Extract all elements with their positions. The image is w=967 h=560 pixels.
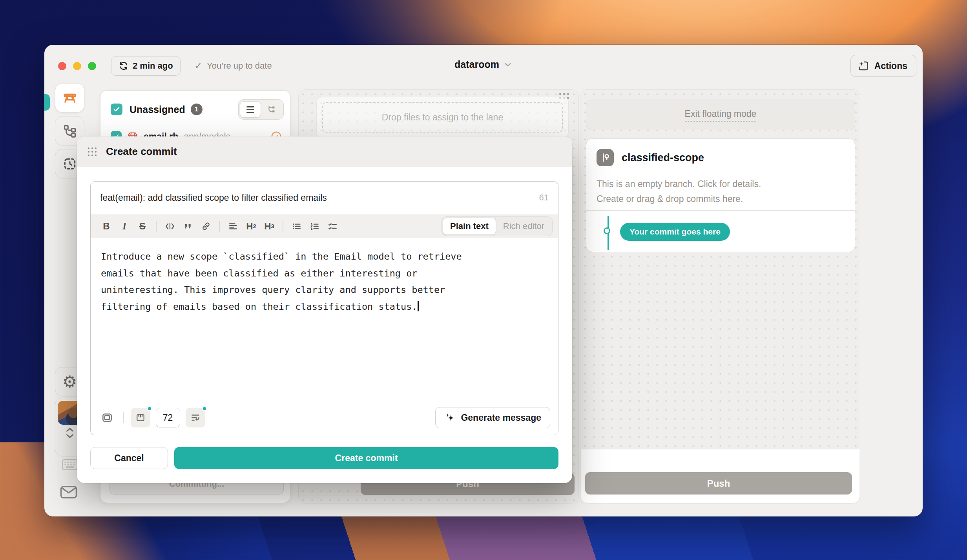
branch-description: This is an empty branch. Click for detai… — [597, 176, 761, 206]
minimize-window-button[interactable] — [73, 62, 81, 70]
char-count: 61 — [539, 193, 549, 203]
wrap-toggle-button[interactable] — [186, 408, 205, 427]
zoom-window-button[interactable] — [88, 62, 96, 70]
commit-summary-input[interactable]: feat(email): add classified scope to fil… — [91, 182, 558, 214]
exit-floating-mode-button[interactable]: Exit floating mode — [586, 100, 855, 130]
commit-editor: feat(email): add classified scope to fil… — [90, 181, 558, 435]
bold-button[interactable]: B — [99, 218, 114, 234]
code-button[interactable] — [162, 218, 178, 234]
generate-message-label: Generate message — [461, 413, 541, 423]
ruler-toggle-button[interactable] — [131, 408, 150, 427]
unassigned-count-badge: 1 — [191, 104, 203, 115]
modal-header: Create commit — [77, 136, 572, 167]
wrap-width-input[interactable]: 72 — [156, 408, 180, 427]
app-window: 2 min ago ✓ You’re up to date dataroom A… — [44, 45, 923, 516]
commit-summary-text: feat(email): add classified scope to fil… — [100, 193, 533, 203]
create-commit-button[interactable]: Create commit — [174, 447, 558, 469]
heading3-button[interactable]: H3 — [261, 218, 277, 234]
quote-button[interactable] — [180, 218, 196, 234]
ruler-active-dot — [147, 406, 152, 411]
branch-card[interactable]: classified-scope This is an empty branch… — [586, 138, 855, 252]
task-list-button[interactable] — [325, 218, 341, 234]
unassigned-title: Unassigned — [130, 104, 185, 115]
editor-footer: 72 Generate message — [91, 400, 558, 435]
sync-time-label: 2 min ago — [133, 61, 173, 71]
create-commit-modal: Create commit feat(email): add classifie… — [77, 136, 572, 483]
heading2-button[interactable]: H2 — [243, 218, 259, 234]
branch-desc-line2: Create or drag & drop commits here. — [597, 191, 761, 206]
list-view-icon — [246, 106, 254, 113]
sync-status-button[interactable]: 2 min ago — [111, 56, 181, 76]
workspace-active-notch — [44, 94, 50, 111]
modal-drag-handle-icon[interactable] — [88, 147, 97, 156]
formatting-toolbar: B I S H2 H3 — [91, 214, 558, 238]
editor-mode-segmented: Plain text Rich editor — [442, 216, 553, 236]
list-view-button[interactable] — [240, 101, 261, 118]
branch-push-button[interactable]: Push — [585, 472, 852, 495]
generate-message-button[interactable]: Generate message — [435, 407, 550, 428]
branch-icon — [600, 152, 611, 163]
traffic-lights — [58, 62, 96, 70]
commit-message-textarea[interactable]: Introduce a new scope `classified` in th… — [91, 238, 558, 400]
actions-button[interactable]: Actions — [850, 55, 916, 77]
up-to-date-label: You’re up to date — [207, 61, 272, 71]
template-icon[interactable] — [99, 409, 116, 426]
tree-view-button[interactable] — [261, 101, 282, 118]
paragraph-button[interactable] — [225, 218, 241, 234]
commit-target-label: Your commit goes here — [629, 227, 721, 236]
branch-desc-line1: This is an empty branch. Click for detai… — [597, 176, 761, 191]
dropzone[interactable]: Drop files to assign to the lane — [322, 102, 563, 133]
view-mode-segmented — [238, 99, 284, 120]
workbench-icon — [62, 90, 78, 106]
actions-sparkle-icon — [857, 60, 870, 72]
commit-target-pill: Your commit goes here — [620, 223, 730, 241]
sync-icon — [119, 61, 129, 71]
branches-icon — [62, 124, 77, 138]
floating-branch-lane: Exit floating mode classified-scope This — [580, 89, 860, 504]
branch-badge — [597, 149, 614, 166]
bullet-list-button[interactable] — [289, 218, 305, 234]
wrap-active-dot — [202, 406, 207, 411]
keyboard-shortcuts-icon[interactable] — [62, 459, 78, 471]
cancel-button[interactable]: Cancel — [90, 447, 168, 469]
unassigned-checkbox[interactable] — [111, 104, 122, 115]
italic-button[interactable]: I — [117, 218, 132, 234]
drop-target-card: Drop files to assign to the lane — [316, 97, 569, 138]
chevron-down-icon — [503, 60, 513, 69]
cancel-label: Cancel — [114, 453, 144, 464]
link-button[interactable] — [198, 218, 214, 234]
gear-icon: ⚙ — [62, 374, 77, 390]
divider — [586, 210, 855, 211]
plain-text-tab[interactable]: Plain text — [443, 218, 496, 235]
exit-floating-mode-label: Exit floating mode — [685, 109, 757, 122]
check-icon: ✓ — [194, 60, 202, 71]
close-window-button[interactable] — [58, 62, 66, 70]
commit-target-circle — [604, 227, 610, 234]
push-label: Push — [707, 478, 730, 489]
modal-title: Create commit — [106, 145, 177, 158]
actions-label: Actions — [874, 61, 907, 71]
project-name: dataroom — [454, 59, 499, 70]
strikethrough-button[interactable]: S — [135, 218, 150, 234]
rich-editor-tab[interactable]: Rich editor — [496, 218, 551, 235]
commit-message-text: Introduce a new scope `classified` in th… — [101, 248, 548, 315]
feedback-mail-icon[interactable] — [60, 485, 77, 499]
tree-view-icon — [267, 105, 276, 114]
history-clock-icon — [62, 156, 77, 171]
create-commit-label: Create commit — [335, 453, 398, 464]
branch-name: classified-scope — [622, 152, 704, 164]
dropzone-label: Drop files to assign to the lane — [382, 112, 503, 123]
numbered-list-button[interactable] — [307, 218, 323, 234]
up-to-date-status: ✓ You’re up to date — [194, 56, 272, 76]
chevron-up-down-icon — [65, 427, 75, 439]
sparkles-icon — [444, 412, 456, 424]
sidebar-item-workspace[interactable] — [55, 83, 84, 113]
project-switcher[interactable]: dataroom — [454, 59, 513, 70]
